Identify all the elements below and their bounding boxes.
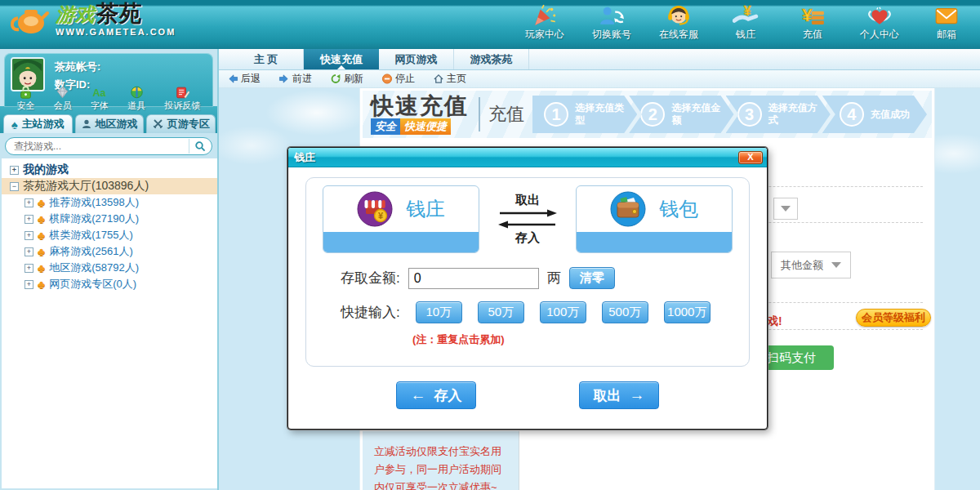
tree-node-chess-card[interactable]: ♣ 棋牌游戏(27190人) <box>2 211 217 227</box>
feedback-icon <box>175 85 190 100</box>
tree-node-recommended[interactable]: ♣ 推荐游戏(13598人) <box>2 194 217 211</box>
quick-amount-5m[interactable]: 500万 <box>602 301 648 323</box>
game-tree: 我的游戏 茶苑游戏大厅(103896人) ♣ 推荐游戏(13598人) ♣ 棋牌… <box>2 158 217 488</box>
accumulate-note: (注：重复点击累加) <box>412 332 749 347</box>
tree-node-chess[interactable]: ♣ 棋类游戏(1755人) <box>2 227 217 243</box>
other-amount-dropdown[interactable]: 其他金额 <box>771 252 851 278</box>
sidebar-tab-web-games[interactable]: 页游专区 <box>146 114 216 133</box>
expander-icon[interactable] <box>24 215 33 224</box>
expander-icon[interactable] <box>10 166 19 175</box>
nav-bank[interactable]: ¥ 钱庄 <box>722 4 769 42</box>
quick-amount-10m[interactable]: 1000万 <box>664 301 710 323</box>
svg-text:¥: ¥ <box>378 211 384 220</box>
tree-node-game-hall[interactable]: 茶苑游戏大厅(103896人) <box>2 178 217 194</box>
home-button[interactable]: 主页 <box>433 72 466 86</box>
expander-icon[interactable] <box>24 247 33 256</box>
mail-icon <box>933 4 960 27</box>
amount-input[interactable] <box>408 268 539 289</box>
unit-label: 两 <box>547 269 561 287</box>
recharge-banner: 快速充值 安全 快速便捷 充值 1 选择充值类型 <box>363 91 932 138</box>
tree-node-region[interactable]: ♣ 地区游戏(58792人) <box>2 260 217 276</box>
forward-button[interactable]: 前进 <box>278 72 312 86</box>
wallet-icon <box>610 191 646 227</box>
lock-icon <box>18 85 33 100</box>
quick-font[interactable]: Aa 字体 <box>91 85 109 112</box>
quick-member[interactable]: 会员 <box>54 85 72 112</box>
right-arrow-icon: → <box>630 386 645 404</box>
quick-amount-500k[interactable]: 50万 <box>478 301 524 323</box>
person-icon <box>82 119 91 129</box>
quick-amount-100k[interactable]: 10万 <box>416 301 462 323</box>
account-label: 茶苑帐号: <box>55 60 100 74</box>
nav-recharge[interactable]: ¥ 充值 <box>789 4 836 42</box>
tree-node-my-games[interactable]: 我的游戏 <box>2 162 217 178</box>
close-icon: X <box>747 153 753 162</box>
withdraw-button[interactable]: 取出 → <box>579 381 659 409</box>
bank-card[interactable]: ¥ 钱庄 <box>323 185 479 253</box>
step-2: 2 选择充值金额 <box>629 96 733 133</box>
tab-gametea[interactable]: 游戏茶苑 <box>454 49 529 69</box>
refresh-button[interactable]: 刷新 <box>330 72 363 86</box>
badge-safe: 安全 <box>371 118 400 135</box>
deposit-button[interactable]: ← 存入 <box>396 381 476 409</box>
font-icon: Aa <box>91 85 107 100</box>
item-ball-icon <box>129 85 145 100</box>
game-search-bar <box>5 137 212 155</box>
dialog-inner-panel: ¥ 钱庄 取出 存入 钱包 <box>305 177 750 367</box>
wallet-card[interactable]: 钱包 <box>576 185 733 253</box>
quick-icon-row: 安全 会员 Aa 字体 道具 投诉反馈 <box>4 88 213 113</box>
logo-text-teahouse: 茶苑 <box>96 2 142 25</box>
quick-items[interactable]: 道具 <box>127 85 145 112</box>
step-4: 4 充值成功 <box>822 96 927 133</box>
header-nav: 玩家中心 切换账号 在线客服 ¥ 钱庄 ¥ 充值 个人中心 <box>521 4 970 42</box>
expander-icon[interactable] <box>24 280 33 289</box>
stop-button[interactable]: 停止 <box>381 72 415 86</box>
expander-icon[interactable] <box>24 264 33 273</box>
vip-benefit-button[interactable]: 会员等级福利 <box>856 309 931 327</box>
dialog-body: ¥ 钱庄 取出 存入 钱包 <box>291 167 764 426</box>
club-icon: ♣ <box>38 197 45 208</box>
expander-icon[interactable] <box>24 231 33 240</box>
nav-personal-center[interactable]: 个人中心 <box>856 4 903 42</box>
expander-icon[interactable] <box>10 182 19 191</box>
clear-button[interactable]: 清零 <box>569 267 615 289</box>
nav-online-service[interactable]: 在线客服 <box>655 4 702 42</box>
nav-mailbox[interactable]: 邮箱 <box>923 4 970 42</box>
forward-icon <box>278 74 290 84</box>
dialog-actions: ← 存入 取出 → <box>291 381 764 409</box>
amount-row: 存取金额: 两 清零 <box>341 267 749 289</box>
sidebar: 茶苑帐号: 数字ID: 安全 会员 Aa 字体 道具 <box>0 49 219 490</box>
nav-switch-account[interactable]: 切换账号 <box>588 4 635 42</box>
banner-section-label: 充值 <box>488 102 524 127</box>
close-button[interactable]: X <box>738 151 763 164</box>
chevron-down-icon <box>831 262 841 268</box>
nav-player-center[interactable]: 玩家中心 <box>521 4 568 42</box>
quick-security[interactable]: 安全 <box>17 85 35 112</box>
bank-card-bar <box>323 232 479 252</box>
sidebar-tab-main-games[interactable]: ♠ 主站游戏 <box>3 114 73 133</box>
sidebar-tab-region-games[interactable]: 地区游戏 <box>75 114 145 133</box>
quick-amount-1m[interactable]: 100万 <box>540 301 586 323</box>
svg-text:¥: ¥ <box>802 5 813 25</box>
stop-icon <box>381 74 393 84</box>
back-button[interactable]: 后退 <box>227 72 261 86</box>
tab-home[interactable]: 主 页 <box>229 49 304 69</box>
amount-dropdown-partial[interactable] <box>773 198 798 220</box>
expander-icon[interactable] <box>24 198 33 207</box>
left-arrow-icon: ← <box>411 386 426 404</box>
tree-node-mahjong[interactable]: ♣ 麻将游戏(2561人) <box>2 243 217 260</box>
search-input[interactable] <box>14 140 189 152</box>
tab-quick-recharge[interactable]: 快速充值 <box>304 49 379 69</box>
search-button[interactable] <box>189 139 210 154</box>
crossed-swords-icon <box>153 119 163 129</box>
dialog-titlebar[interactable]: 钱庄 X <box>288 148 767 167</box>
switch-account-icon <box>599 4 625 27</box>
bank-shop-icon: ¥ <box>357 191 393 227</box>
step-3: 3 选择充值方式 <box>726 96 831 133</box>
quick-feedback[interactable]: 投诉反馈 <box>164 85 200 112</box>
tab-web-games[interactable]: 网页游戏 <box>379 49 454 69</box>
recharge-steps: 1 选择充值类型 2 选择充值金额 3 选择充值方式 4 <box>532 96 927 133</box>
double-arrow-icon <box>493 208 562 229</box>
tree-node-webgame-zone[interactable]: ♣ 网页游戏专区(0人) <box>2 276 217 292</box>
site-logo[interactable]: 游戏 茶苑 WWW.GAMETEA.COM <box>8 2 176 38</box>
